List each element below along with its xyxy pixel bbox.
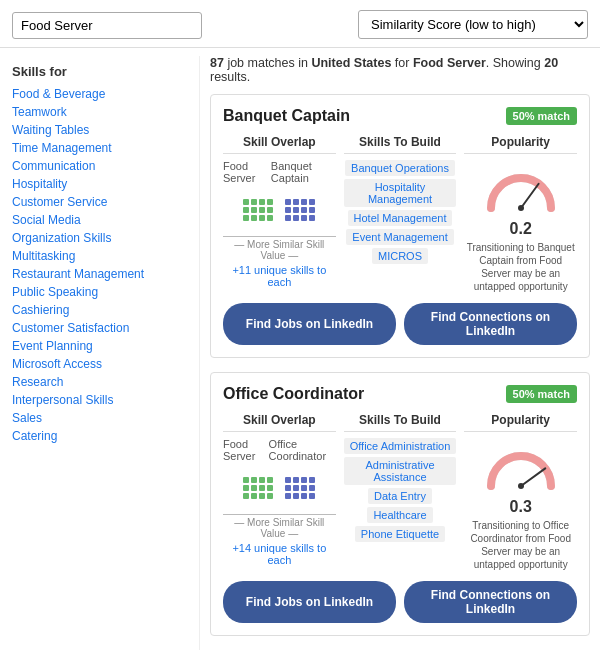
sidebar-skill-item[interactable]: Cashiering (12, 301, 187, 319)
sidebar-skill-item[interactable]: Teamwork (12, 103, 187, 121)
popularity-header: Popularity (464, 413, 577, 432)
svg-point-1 (518, 205, 524, 211)
skill-overlap-section: Skill Overlap Food Server Banquet Captai… (223, 135, 336, 293)
cards-container: Banquet Captain 50% match Skill Overlap … (210, 94, 590, 636)
skill-tag: Event Management (346, 229, 453, 245)
popularity-header: Popularity (464, 135, 577, 154)
sidebar-skill-item[interactable]: Multitasking (12, 247, 187, 265)
sidebar-skill-item[interactable]: Public Speaking (12, 283, 187, 301)
sidebar-skill-item[interactable]: Microsoft Access (12, 355, 187, 373)
sidebar-skill-item[interactable]: Research (12, 373, 187, 391)
svg-point-3 (518, 483, 524, 489)
overlap-right-label: Banquet Captain (271, 160, 336, 184)
skills-build-list: Banquet OperationsHospitality Management… (344, 160, 457, 264)
sidebar-skill-item[interactable]: Hospitality (12, 175, 187, 193)
find-connections-button[interactable]: Find Connections on LinkedIn (404, 303, 577, 345)
popularity-content: 0.2 Transitioning to Banquet Captain fro… (464, 160, 577, 293)
sidebar-skill-item[interactable]: Catering (12, 427, 187, 445)
overlap-right-label: Office Coordinator (269, 438, 336, 462)
sidebar-skill-item[interactable]: Customer Satisfaction (12, 319, 187, 337)
sidebar-skill-item[interactable]: Interpersonal Skills (12, 391, 187, 409)
overlap-chart (223, 190, 336, 230)
svg-line-2 (521, 468, 545, 486)
popularity-note: Transitioning to Office Coordinator from… (464, 519, 577, 571)
overlap-labels: Food Server Office Coordinator (223, 438, 336, 462)
overlap-unique: +11 unique skills to each (223, 264, 336, 288)
find-jobs-button[interactable]: Find Jobs on LinkedIn (223, 581, 396, 623)
skills-to-build-header: Skills To Build (344, 413, 457, 432)
skill-tag: Banquet Operations (345, 160, 455, 176)
find-jobs-button[interactable]: Find Jobs on LinkedIn (223, 303, 396, 345)
skill-overlap-header: Skill Overlap (223, 413, 336, 432)
sidebar-skill-item[interactable]: Social Media (12, 211, 187, 229)
popularity-section: Popularity 0.2 Transitioning to Banquet … (464, 135, 577, 293)
skills-build-list: Office AdministrationAdministrative Assi… (344, 438, 457, 542)
svg-line-0 (521, 184, 539, 208)
gauge-chart (481, 442, 561, 492)
overlap-chart (223, 468, 336, 508)
main-content: Skills for Food & BeverageTeamworkWaitin… (0, 48, 600, 658)
card-actions: Find Jobs on LinkedIn Find Connections o… (223, 303, 577, 345)
overlap-arrow: — More Similar Skill Value — (223, 236, 336, 261)
job-input-group (12, 10, 202, 39)
card-title: Banquet Captain (223, 107, 350, 125)
card-header: Office Coordinator 50% match (223, 385, 577, 403)
overlap-left-label: Food Server (223, 160, 271, 184)
sidebar-title: Skills for (12, 64, 187, 79)
sidebar-skill-item[interactable]: Restaurant Management (12, 265, 187, 283)
sidebar-skill-item[interactable]: Waiting Tables (12, 121, 187, 139)
results-area: 87 job matches in United States for Food… (200, 56, 600, 650)
job-card: Office Coordinator 50% match Skill Overl… (210, 372, 590, 636)
popularity-score: 0.2 (510, 220, 532, 238)
sort-select[interactable]: Similarity Score (low to high) Similarit… (358, 10, 588, 39)
card-header: Banquet Captain 50% match (223, 107, 577, 125)
popularity-note: Transitioning to Banquet Captain from Fo… (464, 241, 577, 293)
popularity-section: Popularity 0.3 Transitioning to Office C… (464, 413, 577, 571)
skill-tag: Hotel Management (348, 210, 453, 226)
match-badge: 50% match (506, 385, 577, 403)
sidebar-skill-item[interactable]: Customer Service (12, 193, 187, 211)
skills-to-build-section: Skills To Build Office AdministrationAdm… (344, 413, 457, 571)
overlap-left-label: Food Server (223, 438, 269, 462)
job-card: Banquet Captain 50% match Skill Overlap … (210, 94, 590, 358)
skill-overlap-section: Skill Overlap Food Server Office Coordin… (223, 413, 336, 571)
sidebar-skill-item[interactable]: Food & Beverage (12, 85, 187, 103)
sidebar-skill-item[interactable]: Communication (12, 157, 187, 175)
match-badge: 50% match (506, 107, 577, 125)
card-title: Office Coordinator (223, 385, 364, 403)
sidebar: Skills for Food & BeverageTeamworkWaitin… (0, 56, 200, 650)
gauge-chart (481, 164, 561, 214)
skills-to-build-section: Skills To Build Banquet OperationsHospit… (344, 135, 457, 293)
skill-tag: Hospitality Management (344, 179, 457, 207)
skills-to-build-header: Skills To Build (344, 135, 457, 154)
overlap-unique: +14 unique skills to each (223, 542, 336, 566)
sidebar-skill-item[interactable]: Organization Skills (12, 229, 187, 247)
card-columns: Skill Overlap Food Server Office Coordin… (223, 413, 577, 571)
skill-tag: Office Administration (344, 438, 457, 454)
job-input[interactable] (12, 12, 202, 39)
sidebar-skill-item[interactable]: Event Planning (12, 337, 187, 355)
sidebar-skill-item[interactable]: Time Management (12, 139, 187, 157)
skill-overlap-header: Skill Overlap (223, 135, 336, 154)
popularity-score: 0.3 (510, 498, 532, 516)
overlap-labels: Food Server Banquet Captain (223, 160, 336, 184)
sidebar-skill-item[interactable]: Sales (12, 409, 187, 427)
top-bar: Similarity Score (low to high) Similarit… (0, 0, 600, 48)
skill-tag: Healthcare (367, 507, 432, 523)
skill-tag: Phone Etiquette (355, 526, 445, 542)
skill-list: Food & BeverageTeamworkWaiting TablesTim… (12, 85, 187, 445)
card-actions: Find Jobs on LinkedIn Find Connections o… (223, 581, 577, 623)
card-columns: Skill Overlap Food Server Banquet Captai… (223, 135, 577, 293)
results-summary: 87 job matches in United States for Food… (210, 56, 590, 84)
popularity-content: 0.3 Transitioning to Office Coordinator … (464, 438, 577, 571)
skill-tag: Data Entry (368, 488, 432, 504)
overlap-arrow: — More Similar Skill Value — (223, 514, 336, 539)
skill-tag: MICROS (372, 248, 428, 264)
skill-tag: Administrative Assistance (344, 457, 457, 485)
find-connections-button[interactable]: Find Connections on LinkedIn (404, 581, 577, 623)
sort-group: Similarity Score (low to high) Similarit… (358, 8, 588, 39)
